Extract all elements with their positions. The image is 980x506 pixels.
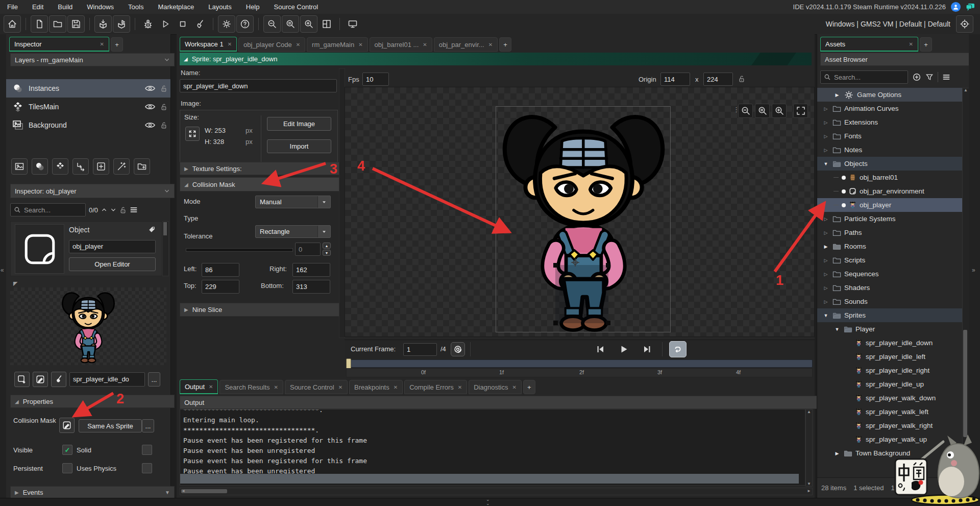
lock-open-icon[interactable] <box>160 122 167 129</box>
expand-arrow-icon[interactable]: ▷ <box>822 216 829 222</box>
asset-notes[interactable]: ▷Notes <box>817 143 962 157</box>
zoom-reset-button[interactable] <box>282 15 299 33</box>
close-icon[interactable]: ✕ <box>338 384 342 390</box>
collision-mask-header[interactable]: ◢ Collision Mask <box>180 177 346 191</box>
right-dock-gutter[interactable]: » <box>969 34 980 498</box>
menu-source-control[interactable]: Source Control <box>267 1 326 14</box>
tolerance-input[interactable] <box>295 243 321 256</box>
assets-scrollbar[interactable]: ▲ <box>962 88 969 461</box>
sprite-editor-header[interactable]: ◢ Sprite: spr_player_idle_down <box>180 53 812 65</box>
edit-image-button-small[interactable] <box>51 372 66 387</box>
asset-extensions[interactable]: ▷Extensions <box>817 115 962 129</box>
asset-objects[interactable]: ▼Objects <box>817 157 962 171</box>
output-tab-search-results[interactable]: Search Results✕ <box>219 380 283 394</box>
collapse-arrow-icon[interactable]: ▼ <box>822 313 829 318</box>
workspace-tab-obj-barrel01[interactable]: obj_barrel01 ...✕ <box>370 37 432 52</box>
filter-icon[interactable] <box>925 73 934 81</box>
mask-left-input[interactable] <box>202 263 239 277</box>
edit-sprite-button[interactable] <box>33 372 48 387</box>
close-icon[interactable]: ✕ <box>512 384 516 390</box>
asset-spr-player-idle-right[interactable]: spr_player_idle_right <box>817 364 962 377</box>
tolerance-slider[interactable] <box>186 248 293 252</box>
menu-file[interactable]: File <box>0 1 25 14</box>
menu-build[interactable]: Build <box>51 1 80 14</box>
workspace-tab-obj-player-code[interactable]: obj_player Code✕ <box>238 37 305 52</box>
play-animation-button[interactable] <box>616 341 632 357</box>
menu-edit[interactable]: Edit <box>25 1 51 14</box>
resize-button[interactable] <box>185 127 200 141</box>
close-icon[interactable]: ✕ <box>423 42 427 47</box>
eye-icon[interactable] <box>145 103 155 110</box>
checkbox-persistent[interactable] <box>62 463 72 473</box>
mask-bottom-input[interactable] <box>292 280 330 294</box>
save-project-button[interactable] <box>67 15 85 33</box>
mask-handle[interactable] <box>553 321 558 325</box>
expand-arrow-icon[interactable]: ▷ <box>822 120 829 125</box>
add-asset-icon[interactable] <box>912 73 921 82</box>
checkbox-visible[interactable]: ✓ <box>62 445 72 455</box>
eye-icon[interactable] <box>145 85 155 92</box>
canvas-zoom-in-button[interactable] <box>772 104 787 118</box>
laptop-mode-button[interactable] <box>345 16 361 32</box>
asset-spr-player-idle-down[interactable]: spr_player_idle_down <box>817 336 962 350</box>
user-avatar[interactable] <box>951 2 961 12</box>
target-button[interactable] <box>956 15 973 33</box>
sprite-name-input[interactable] <box>180 79 337 92</box>
close-icon[interactable]: ✕ <box>909 41 913 47</box>
close-icon[interactable]: ✕ <box>274 384 278 390</box>
menu-layouts[interactable]: Layouts <box>201 1 239 14</box>
asset-spr-player-walk-down[interactable]: spr_player_walk_down <box>817 391 962 405</box>
tolerance-up-button[interactable]: ▲ <box>323 243 331 249</box>
close-icon[interactable]: ✕ <box>209 384 213 390</box>
workspace-tab-workspace-1[interactable]: Workspace 1✕ <box>180 37 237 52</box>
expand-arrow-icon[interactable]: ▷ <box>822 299 829 304</box>
menu-icon[interactable] <box>942 74 950 81</box>
expand-arrow-icon[interactable]: ▶ <box>834 92 841 98</box>
output-tab-source-control[interactable]: Source Control✕ <box>285 380 348 394</box>
new-tab-button[interactable]: + <box>499 37 511 52</box>
properties-section-header[interactable]: ◢ Properties <box>10 395 175 408</box>
asset-fonts[interactable]: ▷Fonts <box>817 129 962 143</box>
canvas-zoom-out-button[interactable] <box>738 104 753 118</box>
lock-open-icon[interactable] <box>160 103 167 111</box>
collapse-triangle-icon[interactable]: ◤ <box>13 280 17 287</box>
tolerance-down-button[interactable]: ▼ <box>323 250 331 256</box>
menu-marketplace[interactable]: Marketplace <box>151 1 201 14</box>
layer-row-instances[interactable]: Instances <box>6 79 170 98</box>
asset-spr-player-idle-up[interactable]: spr_player_idle_up <box>817 377 962 391</box>
asset-spr-player-walk-left[interactable]: spr_player_walk_left <box>817 405 962 419</box>
mode-dropdown[interactable]: Manual <box>255 196 331 208</box>
collapse-arrow-icon[interactable]: ▼ <box>822 161 829 166</box>
open-editor-button[interactable]: Open Editor <box>69 257 156 271</box>
lock-open-icon[interactable] <box>160 85 167 92</box>
run-button[interactable] <box>157 16 174 32</box>
import-button[interactable]: Import <box>267 139 331 153</box>
canvas-zoom-reset-button[interactable] <box>755 104 770 118</box>
effect-layer-button[interactable] <box>113 158 130 175</box>
collision-mask-edit-button[interactable] <box>59 418 75 433</box>
mask-handle[interactable] <box>606 321 610 325</box>
menu-help[interactable]: Help <box>239 1 267 14</box>
type-dropdown[interactable]: Rectangle <box>255 225 331 238</box>
asset-particle-systems[interactable]: ▷Particle Systems <box>817 212 962 226</box>
timeline-scrubber[interactable] <box>346 359 813 368</box>
mask-handle[interactable] <box>606 263 610 268</box>
zoom-in-button[interactable] <box>300 15 317 33</box>
inspector-search-input[interactable]: Search... <box>10 203 86 216</box>
expand-arrow-icon[interactable]: ▷ <box>822 134 829 139</box>
close-icon[interactable]: ✕ <box>394 384 398 390</box>
home-button[interactable] <box>4 15 21 33</box>
expand-arrow-icon[interactable]: ▶ <box>834 451 841 456</box>
layer-folder-button[interactable] <box>134 158 150 175</box>
instance-layer-button[interactable] <box>32 158 48 175</box>
zoom-slider[interactable] <box>915 487 926 489</box>
sprite-reference-field[interactable]: spr_player_idle_do <box>69 372 145 387</box>
new-tab-button[interactable]: + <box>920 37 932 52</box>
sprite-more-button[interactable]: ... <box>148 372 160 387</box>
preferences-button[interactable] <box>218 15 235 33</box>
tile-layer-button[interactable] <box>52 158 68 175</box>
clean-button[interactable] <box>192 16 208 32</box>
next-result-button[interactable] <box>110 207 116 213</box>
asset-sounds[interactable]: ▷Sounds <box>817 295 962 308</box>
asset-scripts[interactable]: ▷Scripts <box>817 253 962 267</box>
